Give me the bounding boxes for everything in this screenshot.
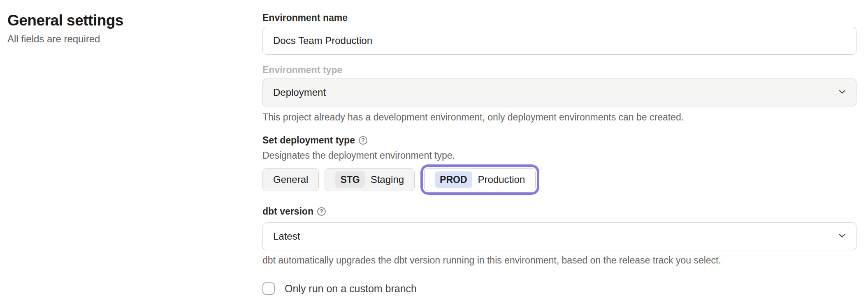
dbt-version-label-text: dbt version	[262, 207, 313, 216]
deployment-type-options: General STG Staging PROD Production	[262, 168, 856, 191]
dbt-version-label: dbt version ?	[262, 207, 856, 216]
environment-type-label: Environment type	[262, 65, 856, 74]
deployment-type-option-label: General	[273, 174, 308, 185]
environment-settings-page: General settings All fields are required…	[0, 0, 868, 305]
environment-name-label: Environment name	[262, 13, 856, 22]
deployment-type-option-label: Production	[478, 174, 525, 185]
deployment-type-option-staging[interactable]: STG Staging	[325, 168, 415, 191]
general-settings-form: Environment name Environment type Deploy…	[262, 13, 856, 295]
custom-branch-label[interactable]: Only run on a custom branch	[285, 283, 417, 295]
deployment-type-helper: Designates the deployment environment ty…	[262, 151, 856, 160]
deployment-type-option-label: Staging	[371, 174, 404, 185]
dbt-version-helper: dbt automatically upgrades the dbt versi…	[262, 256, 856, 265]
settings-intro: General settings All fields are required	[7, 12, 238, 44]
dbt-version-value: Latest	[273, 231, 300, 242]
help-icon[interactable]: ?	[317, 207, 326, 216]
environment-name-input[interactable]	[262, 27, 856, 55]
staging-badge: STG	[335, 171, 364, 188]
dbt-version-select[interactable]: Latest	[262, 222, 856, 250]
environment-type-select[interactable]: Deployment	[262, 79, 856, 106]
environment-type-value: Deployment	[273, 87, 326, 98]
production-badge: PROD	[435, 171, 472, 188]
help-icon[interactable]: ?	[359, 136, 367, 145]
environment-type-helper: This project already has a development e…	[262, 113, 856, 122]
page-title: General settings	[7, 12, 238, 29]
deployment-type-label-text: Set deployment type	[262, 136, 355, 145]
deployment-type-option-general[interactable]: General	[262, 168, 319, 191]
chevron-down-icon	[837, 231, 847, 242]
custom-branch-row: Only run on a custom branch	[262, 282, 856, 295]
deployment-type-option-production[interactable]: PROD Production	[424, 168, 536, 191]
deployment-type-label: Set deployment type ?	[262, 136, 856, 145]
chevron-down-icon	[837, 87, 847, 98]
page-subtitle: All fields are required	[7, 34, 238, 44]
custom-branch-checkbox[interactable]	[262, 282, 275, 295]
